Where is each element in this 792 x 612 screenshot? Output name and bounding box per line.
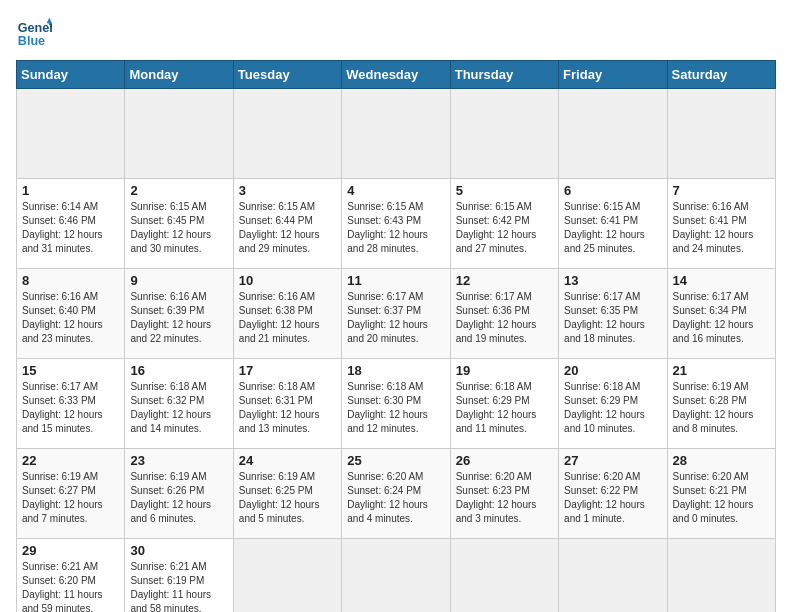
- day-info: Sunrise: 6:19 AM Sunset: 6:27 PM Dayligh…: [22, 470, 119, 526]
- day-number: 15: [22, 363, 119, 378]
- day-number: 28: [673, 453, 770, 468]
- day-number: 7: [673, 183, 770, 198]
- page-header: General Blue: [16, 16, 776, 52]
- day-number: 2: [130, 183, 227, 198]
- calendar-cell: 21Sunrise: 6:19 AM Sunset: 6:28 PM Dayli…: [667, 359, 775, 449]
- day-number: 10: [239, 273, 336, 288]
- day-info: Sunrise: 6:20 AM Sunset: 6:22 PM Dayligh…: [564, 470, 661, 526]
- day-info: Sunrise: 6:16 AM Sunset: 6:39 PM Dayligh…: [130, 290, 227, 346]
- calendar-cell: 30Sunrise: 6:21 AM Sunset: 6:19 PM Dayli…: [125, 539, 233, 613]
- day-info: Sunrise: 6:18 AM Sunset: 6:30 PM Dayligh…: [347, 380, 444, 436]
- col-header-friday: Friday: [559, 61, 667, 89]
- day-info: Sunrise: 6:17 AM Sunset: 6:33 PM Dayligh…: [22, 380, 119, 436]
- calendar-cell: 6Sunrise: 6:15 AM Sunset: 6:41 PM Daylig…: [559, 179, 667, 269]
- day-info: Sunrise: 6:18 AM Sunset: 6:29 PM Dayligh…: [564, 380, 661, 436]
- logo-icon: General Blue: [16, 16, 52, 52]
- calendar-cell: 1Sunrise: 6:14 AM Sunset: 6:46 PM Daylig…: [17, 179, 125, 269]
- day-info: Sunrise: 6:19 AM Sunset: 6:28 PM Dayligh…: [673, 380, 770, 436]
- day-info: Sunrise: 6:18 AM Sunset: 6:29 PM Dayligh…: [456, 380, 553, 436]
- day-number: 14: [673, 273, 770, 288]
- day-info: Sunrise: 6:17 AM Sunset: 6:37 PM Dayligh…: [347, 290, 444, 346]
- day-number: 23: [130, 453, 227, 468]
- day-info: Sunrise: 6:20 AM Sunset: 6:23 PM Dayligh…: [456, 470, 553, 526]
- calendar-cell: 23Sunrise: 6:19 AM Sunset: 6:26 PM Dayli…: [125, 449, 233, 539]
- calendar-cell: 4Sunrise: 6:15 AM Sunset: 6:43 PM Daylig…: [342, 179, 450, 269]
- day-number: 17: [239, 363, 336, 378]
- day-number: 12: [456, 273, 553, 288]
- day-info: Sunrise: 6:14 AM Sunset: 6:46 PM Dayligh…: [22, 200, 119, 256]
- calendar-cell: 10Sunrise: 6:16 AM Sunset: 6:38 PM Dayli…: [233, 269, 341, 359]
- calendar-cell: 20Sunrise: 6:18 AM Sunset: 6:29 PM Dayli…: [559, 359, 667, 449]
- day-number: 18: [347, 363, 444, 378]
- calendar-cell: [233, 539, 341, 613]
- col-header-sunday: Sunday: [17, 61, 125, 89]
- col-header-thursday: Thursday: [450, 61, 558, 89]
- day-info: Sunrise: 6:16 AM Sunset: 6:41 PM Dayligh…: [673, 200, 770, 256]
- calendar-cell: 26Sunrise: 6:20 AM Sunset: 6:23 PM Dayli…: [450, 449, 558, 539]
- calendar-cell: 2Sunrise: 6:15 AM Sunset: 6:45 PM Daylig…: [125, 179, 233, 269]
- calendar-cell: [667, 539, 775, 613]
- calendar-cell: [559, 89, 667, 179]
- day-number: 8: [22, 273, 119, 288]
- day-number: 13: [564, 273, 661, 288]
- svg-text:Blue: Blue: [18, 34, 45, 48]
- calendar-cell: 7Sunrise: 6:16 AM Sunset: 6:41 PM Daylig…: [667, 179, 775, 269]
- day-info: Sunrise: 6:20 AM Sunset: 6:21 PM Dayligh…: [673, 470, 770, 526]
- calendar-cell: [17, 89, 125, 179]
- day-number: 21: [673, 363, 770, 378]
- day-number: 5: [456, 183, 553, 198]
- col-header-wednesday: Wednesday: [342, 61, 450, 89]
- calendar-cell: 19Sunrise: 6:18 AM Sunset: 6:29 PM Dayli…: [450, 359, 558, 449]
- calendar-cell: 8Sunrise: 6:16 AM Sunset: 6:40 PM Daylig…: [17, 269, 125, 359]
- day-info: Sunrise: 6:20 AM Sunset: 6:24 PM Dayligh…: [347, 470, 444, 526]
- calendar-cell: 18Sunrise: 6:18 AM Sunset: 6:30 PM Dayli…: [342, 359, 450, 449]
- day-info: Sunrise: 6:19 AM Sunset: 6:25 PM Dayligh…: [239, 470, 336, 526]
- day-info: Sunrise: 6:15 AM Sunset: 6:43 PM Dayligh…: [347, 200, 444, 256]
- day-number: 9: [130, 273, 227, 288]
- day-number: 22: [22, 453, 119, 468]
- calendar-cell: 16Sunrise: 6:18 AM Sunset: 6:32 PM Dayli…: [125, 359, 233, 449]
- day-info: Sunrise: 6:15 AM Sunset: 6:41 PM Dayligh…: [564, 200, 661, 256]
- day-number: 11: [347, 273, 444, 288]
- day-number: 27: [564, 453, 661, 468]
- day-info: Sunrise: 6:15 AM Sunset: 6:45 PM Dayligh…: [130, 200, 227, 256]
- calendar-cell: 14Sunrise: 6:17 AM Sunset: 6:34 PM Dayli…: [667, 269, 775, 359]
- day-number: 29: [22, 543, 119, 558]
- calendar-cell: [233, 89, 341, 179]
- day-info: Sunrise: 6:18 AM Sunset: 6:32 PM Dayligh…: [130, 380, 227, 436]
- calendar-cell: 15Sunrise: 6:17 AM Sunset: 6:33 PM Dayli…: [17, 359, 125, 449]
- day-number: 3: [239, 183, 336, 198]
- calendar-cell: 12Sunrise: 6:17 AM Sunset: 6:36 PM Dayli…: [450, 269, 558, 359]
- calendar-cell: [450, 89, 558, 179]
- day-number: 1: [22, 183, 119, 198]
- day-info: Sunrise: 6:18 AM Sunset: 6:31 PM Dayligh…: [239, 380, 336, 436]
- calendar-cell: 5Sunrise: 6:15 AM Sunset: 6:42 PM Daylig…: [450, 179, 558, 269]
- day-number: 24: [239, 453, 336, 468]
- calendar-cell: 22Sunrise: 6:19 AM Sunset: 6:27 PM Dayli…: [17, 449, 125, 539]
- day-number: 16: [130, 363, 227, 378]
- day-info: Sunrise: 6:17 AM Sunset: 6:36 PM Dayligh…: [456, 290, 553, 346]
- day-info: Sunrise: 6:16 AM Sunset: 6:40 PM Dayligh…: [22, 290, 119, 346]
- calendar-cell: [667, 89, 775, 179]
- day-info: Sunrise: 6:19 AM Sunset: 6:26 PM Dayligh…: [130, 470, 227, 526]
- day-number: 25: [347, 453, 444, 468]
- logo: General Blue: [16, 16, 52, 52]
- day-number: 20: [564, 363, 661, 378]
- day-info: Sunrise: 6:21 AM Sunset: 6:19 PM Dayligh…: [130, 560, 227, 612]
- calendar-cell: 27Sunrise: 6:20 AM Sunset: 6:22 PM Dayli…: [559, 449, 667, 539]
- calendar-cell: [342, 89, 450, 179]
- calendar-cell: 17Sunrise: 6:18 AM Sunset: 6:31 PM Dayli…: [233, 359, 341, 449]
- day-info: Sunrise: 6:15 AM Sunset: 6:42 PM Dayligh…: [456, 200, 553, 256]
- calendar-cell: 24Sunrise: 6:19 AM Sunset: 6:25 PM Dayli…: [233, 449, 341, 539]
- calendar-cell: [342, 539, 450, 613]
- calendar-cell: [450, 539, 558, 613]
- calendar-cell: 29Sunrise: 6:21 AM Sunset: 6:20 PM Dayli…: [17, 539, 125, 613]
- calendar-cell: 28Sunrise: 6:20 AM Sunset: 6:21 PM Dayli…: [667, 449, 775, 539]
- calendar-cell: [125, 89, 233, 179]
- calendar-cell: 25Sunrise: 6:20 AM Sunset: 6:24 PM Dayli…: [342, 449, 450, 539]
- day-info: Sunrise: 6:17 AM Sunset: 6:35 PM Dayligh…: [564, 290, 661, 346]
- col-header-tuesday: Tuesday: [233, 61, 341, 89]
- calendar-table: SundayMondayTuesdayWednesdayThursdayFrid…: [16, 60, 776, 612]
- day-info: Sunrise: 6:16 AM Sunset: 6:38 PM Dayligh…: [239, 290, 336, 346]
- day-number: 6: [564, 183, 661, 198]
